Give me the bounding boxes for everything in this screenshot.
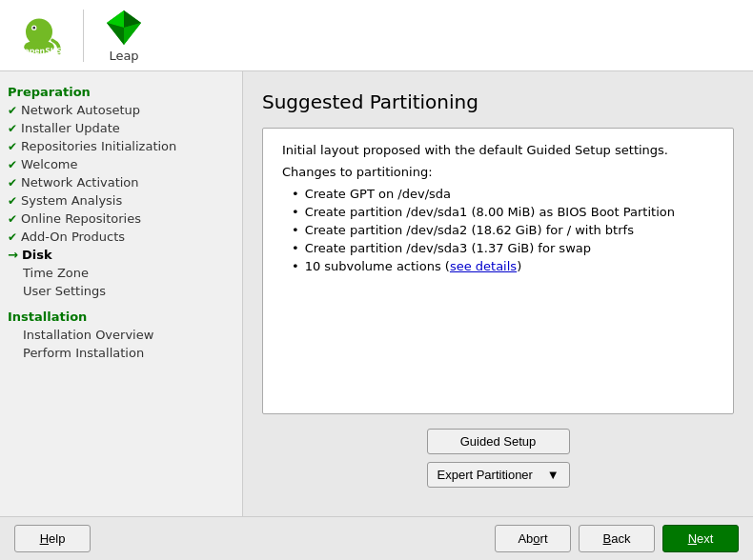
next-button[interactable]: Next — [662, 525, 739, 552]
check-icon: ✔ — [8, 212, 17, 226]
sidebar-item-label: Installation Overview — [23, 328, 153, 342]
check-icon: ✔ — [8, 158, 17, 171]
left-buttons: Help — [14, 525, 91, 552]
sidebar-item-label: Repositories Initialization — [21, 139, 176, 153]
partition-list: Create GPT on /dev/sda Create partition … — [292, 185, 714, 275]
see-details-link[interactable]: see details — [450, 259, 517, 273]
svg-point-3 — [32, 27, 35, 30]
sidebar-item-label: Network Activation — [21, 175, 139, 190]
sidebar-item-label: Network Autosetup — [21, 103, 140, 117]
header: openSUSE Leap — [0, 0, 753, 71]
arrow-icon: → — [8, 248, 18, 262]
back-underline: Back — [603, 531, 631, 546]
sidebar-item-label: System Analysis — [21, 193, 122, 208]
sidebar-item-label: Welcome — [21, 157, 77, 171]
leap-logo: Leap — [103, 9, 145, 63]
sidebar-item-disk[interactable]: → Disk — [0, 246, 242, 264]
check-icon: ✔ — [8, 122, 17, 135]
list-item: Create GPT on /dev/sda — [292, 185, 714, 203]
check-icon: ✔ — [8, 104, 17, 117]
sidebar-item-network-activation[interactable]: ✔ Network Activation — [0, 173, 242, 191]
guided-setup-button[interactable]: Guided Setup — [427, 429, 570, 454]
sidebar-item-welcome[interactable]: ✔ Welcome — [0, 155, 242, 173]
next-underline: Next — [688, 531, 714, 546]
sidebar-item-online-repositories[interactable]: ✔ Online Repositories — [0, 210, 242, 228]
sidebar-item-network-autosetup[interactable]: ✔ Network Autosetup — [0, 101, 242, 119]
expert-partitioner-label: Expert Partitioner — [438, 468, 533, 482]
sidebar-item-add-on-products[interactable]: ✔ Add-On Products — [0, 228, 242, 246]
sidebar-item-user-settings[interactable]: User Settings — [0, 282, 242, 300]
sidebar-item-label: User Settings — [23, 284, 106, 298]
check-icon: ✔ — [8, 140, 17, 153]
sidebar-item-system-analysis[interactable]: ✔ System Analysis — [0, 191, 242, 210]
partitioning-box: Initial layout proposed with the default… — [262, 128, 734, 414]
sidebar-item-label: Online Repositories — [21, 211, 141, 226]
abort-underline: Abort — [518, 531, 547, 546]
sidebar-item-repositories-init[interactable]: ✔ Repositories Initialization — [0, 137, 242, 155]
list-item: Create partition /dev/sda2 (18.62 GiB) f… — [292, 221, 714, 239]
list-item: Create partition /dev/sda1 (8.00 MiB) as… — [292, 203, 714, 221]
sidebar-item-label: Disk — [22, 248, 52, 262]
list-item: 10 subvolume actions (see details) — [292, 257, 714, 275]
page-title: Suggested Partitioning — [262, 90, 734, 113]
sidebar-item-perform-installation[interactable]: Perform Installation — [0, 344, 242, 362]
changes-label: Changes to partitioning: — [282, 165, 714, 179]
check-icon: ✔ — [8, 230, 17, 244]
leap-label: Leap — [109, 49, 138, 63]
check-icon: ✔ — [8, 176, 17, 190]
sidebar-item-label: Time Zone — [23, 266, 89, 280]
svg-text:openSUSE: openSUSE — [24, 47, 64, 55]
back-button[interactable]: Back — [579, 525, 655, 552]
header-divider — [83, 10, 84, 62]
dropdown-caret-icon: ▼ — [547, 468, 560, 482]
sidebar: Preparation ✔ Network Autosetup ✔ Instal… — [0, 71, 243, 516]
main-layout: Preparation ✔ Network Autosetup ✔ Instal… — [0, 71, 753, 516]
expert-partitioner-button[interactable]: Expert Partitioner ▼ — [427, 462, 570, 488]
sidebar-item-installer-update[interactable]: ✔ Installer Update — [0, 119, 242, 137]
check-icon: ✔ — [8, 194, 17, 208]
help-underline: Help — [40, 531, 66, 546]
sidebar-item-label: Perform Installation — [23, 346, 144, 360]
abort-button[interactable]: Abort — [495, 525, 571, 552]
right-buttons: Abort Back Next — [495, 525, 739, 552]
content-area: Suggested Partitioning Initial layout pr… — [243, 71, 753, 516]
sidebar-item-label: Add-On Products — [21, 230, 125, 244]
preparation-section-title: Preparation — [0, 81, 242, 101]
intro-text: Initial layout proposed with the default… — [282, 143, 714, 157]
list-item: Create partition /dev/sda3 (1.37 GiB) fo… — [292, 239, 714, 257]
sidebar-item-label: Installer Update — [21, 121, 120, 135]
partitioning-action-buttons: Guided Setup Expert Partitioner ▼ — [262, 429, 734, 488]
sidebar-item-time-zone[interactable]: Time Zone — [0, 264, 242, 282]
sidebar-item-installation-overview[interactable]: Installation Overview — [0, 326, 242, 344]
installation-section-title: Installation — [0, 306, 242, 326]
opensuse-logo: openSUSE — [14, 15, 64, 55]
help-button[interactable]: Help — [14, 525, 91, 552]
bottom-bar: Help Abort Back Next — [0, 516, 753, 560]
